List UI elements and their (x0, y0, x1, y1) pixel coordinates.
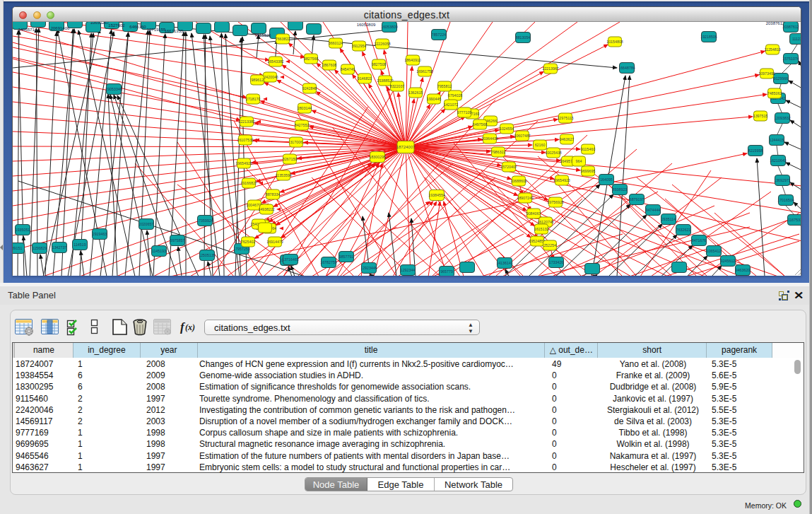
svg-text:9463620: 9463620 (736, 268, 751, 272)
svg-text:3267150: 3267150 (283, 157, 298, 161)
svg-text:1167533: 1167533 (788, 218, 801, 222)
svg-text:114519: 114519 (73, 243, 86, 247)
svg-text:8427552: 8427552 (295, 123, 310, 127)
svg-text:1615132: 1615132 (534, 227, 549, 231)
svg-text:12093832: 12093832 (774, 116, 791, 120)
svg-text:252254: 252254 (543, 243, 556, 247)
svg-text:9699695: 9699695 (581, 169, 596, 173)
svg-text:1527602: 1527602 (108, 23, 125, 28)
svg-text:17359924: 17359924 (196, 218, 213, 223)
svg-text:7515526: 7515526 (254, 33, 271, 37)
svg-text:2919463: 2919463 (93, 232, 107, 236)
svg-text:9084067: 9084067 (526, 211, 541, 216)
svg-text:11254819: 11254819 (764, 47, 780, 52)
svg-text:14136141: 14136141 (496, 261, 513, 265)
svg-text:2935114: 2935114 (661, 217, 676, 221)
svg-text:15751074: 15751074 (782, 57, 799, 61)
svg-text:9463627: 9463627 (560, 137, 575, 141)
svg-text:9146821: 9146821 (358, 76, 372, 81)
svg-text:16120746: 16120746 (537, 220, 554, 224)
svg-text:1244415: 1244415 (770, 138, 784, 142)
svg-text:14055714: 14055714 (18, 28, 37, 32)
svg-text:1362615: 1362615 (408, 90, 423, 95)
svg-text:1024554: 1024554 (500, 127, 514, 131)
svg-text:9129966: 9129966 (774, 76, 789, 81)
svg-text:13716465: 13716465 (282, 257, 299, 262)
svg-text:11123: 11123 (792, 37, 801, 41)
svg-text:12975115: 12975115 (557, 116, 573, 120)
svg-text:16210643: 16210643 (770, 158, 787, 163)
svg-text:2718170: 2718170 (246, 97, 261, 101)
svg-text:3912954: 3912954 (352, 44, 367, 48)
svg-text:15720407: 15720407 (500, 165, 517, 169)
svg-text:10688609: 10688609 (510, 179, 527, 183)
svg-text:16053809: 16053809 (381, 25, 398, 29)
svg-text:1292344: 1292344 (401, 268, 416, 272)
svg-text:964: 964 (576, 159, 582, 163)
svg-text:1421072: 1421072 (444, 103, 459, 107)
svg-text:39151: 39151 (13, 246, 22, 250)
svg-text:14938222: 14938222 (258, 207, 275, 211)
svg-text:12213967: 12213967 (542, 66, 559, 71)
svg-text:16914479: 16914479 (266, 240, 283, 244)
svg-text:7485063: 7485063 (767, 91, 782, 95)
svg-text:7955812: 7955812 (437, 84, 452, 88)
svg-text:12226058: 12226058 (374, 42, 391, 46)
svg-text:164095: 164095 (600, 177, 613, 182)
svg-text:16671355: 16671355 (165, 29, 184, 33)
svg-text:1733426: 1733426 (549, 260, 564, 264)
svg-text:1342737: 1342737 (52, 245, 67, 250)
svg-text:18724007: 18724007 (396, 145, 416, 149)
svg-text:18640910: 18640910 (404, 58, 421, 62)
svg-text:20691406: 20691406 (51, 26, 70, 30)
svg-text:9827508: 9827508 (372, 62, 387, 66)
svg-text:16053809: 16053809 (357, 23, 376, 27)
svg-text:17016504: 17016504 (777, 198, 794, 202)
svg-text:9474444: 9474444 (646, 208, 661, 212)
svg-text:2020657: 2020657 (139, 222, 154, 226)
svg-text:317006: 317006 (290, 140, 302, 144)
svg-text:965779: 965779 (440, 269, 453, 274)
svg-text:1935051: 1935051 (16, 228, 30, 232)
svg-text:18300295: 18300295 (369, 155, 386, 159)
svg-text:19166827: 19166827 (240, 181, 257, 185)
svg-text:10154808: 10154808 (606, 40, 623, 44)
svg-text:1397515: 1397515 (753, 114, 768, 118)
svg-text:9245612: 9245612 (721, 259, 736, 263)
svg-text:12505135: 12505135 (199, 253, 216, 257)
svg-text:8322037: 8322037 (390, 84, 405, 88)
svg-text:(x): (x) (185, 322, 195, 332)
svg-text:8813054: 8813054 (516, 35, 531, 40)
svg-text:10653267: 10653267 (90, 22, 110, 25)
svg-text:20364436: 20364436 (481, 136, 498, 141)
svg-text:16543382: 16543382 (267, 59, 284, 64)
svg-text:62160: 62160 (535, 143, 546, 147)
svg-text:16782759: 16782759 (320, 260, 337, 264)
svg-text:10973493: 10973493 (758, 71, 775, 76)
svg-text:2803144: 2803144 (298, 106, 312, 110)
svg-text:16648784: 16648784 (618, 66, 635, 70)
svg-text:11353594: 11353594 (275, 173, 291, 177)
svg-text:3660124: 3660124 (329, 41, 343, 45)
svg-text:19654923: 19654923 (553, 178, 570, 182)
svg-text:6497568: 6497568 (473, 122, 488, 127)
svg-text:6794028: 6794028 (448, 93, 463, 98)
svg-text:13692971: 13692971 (774, 178, 791, 182)
svg-text:7625402: 7625402 (241, 240, 256, 244)
svg-text:9242848: 9242848 (302, 86, 317, 90)
svg-text:2867608: 2867608 (322, 63, 337, 67)
svg-text:1156829: 1156829 (33, 246, 47, 250)
svg-text:8471676: 8471676 (692, 238, 707, 243)
svg-text:1145193: 1145193 (152, 249, 166, 253)
svg-text:12213382: 12213382 (238, 119, 255, 124)
svg-text:7986322: 7986322 (491, 150, 506, 154)
svg-text:19756928: 19756928 (547, 200, 564, 204)
svg-text:9857791: 9857791 (339, 255, 354, 259)
svg-text:7857224: 7857224 (432, 33, 447, 37)
svg-text:989612: 989612 (251, 78, 264, 82)
svg-text:10607487: 10607487 (514, 134, 531, 138)
svg-text:8454749: 8454749 (341, 67, 355, 71)
svg-text:8215958: 8215958 (748, 148, 763, 153)
svg-text:19218506: 19218506 (700, 35, 717, 39)
svg-text:7663822: 7663822 (276, 37, 290, 41)
